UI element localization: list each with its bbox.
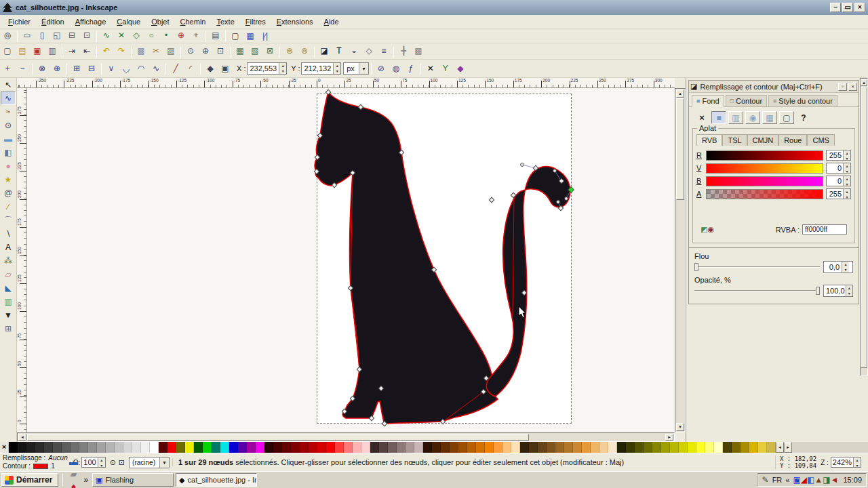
tool-node-editor[interactable]: ∿ bbox=[1, 92, 16, 105]
palette-swatch[interactable] bbox=[591, 442, 599, 453]
minimize-button[interactable]: – bbox=[830, 3, 841, 12]
palette-swatch[interactable] bbox=[361, 442, 370, 453]
tool-spiral[interactable]: @ bbox=[1, 186, 16, 200]
palette-swatch[interactable] bbox=[582, 442, 591, 453]
tool-3dbox[interactable]: ◧ bbox=[1, 146, 16, 159]
palette-swatch[interactable] bbox=[256, 442, 264, 453]
horizontal-scrollbar[interactable]: ◂ ▸ bbox=[17, 432, 675, 442]
taskbar-task-inactive[interactable]: ▣Flashing bbox=[92, 473, 174, 487]
menu-objet[interactable]: Objet bbox=[146, 16, 174, 27]
palette-swatch[interactable] bbox=[44, 442, 53, 453]
menu-aide[interactable]: Aide bbox=[319, 16, 344, 27]
dialog-shade-button[interactable]: ▫ bbox=[838, 83, 847, 91]
palette-swatch[interactable] bbox=[635, 442, 644, 453]
paint-pattern[interactable]: ▦ bbox=[762, 111, 777, 124]
palette-swatch[interactable] bbox=[450, 442, 458, 453]
palette-swatch[interactable] bbox=[608, 442, 617, 453]
palette-swatch[interactable] bbox=[150, 442, 159, 453]
palette-swatch[interactable] bbox=[97, 442, 106, 453]
snap-bbox-centers-icon[interactable]: ⊡ bbox=[80, 29, 94, 41]
print-icon[interactable]: ▥ bbox=[45, 45, 59, 57]
palette-swatch[interactable] bbox=[282, 442, 291, 453]
snap-midpoints-icon[interactable]: • bbox=[159, 29, 173, 41]
palette-swatch[interactable] bbox=[35, 442, 44, 453]
slider-value-r[interactable]: 255▴▾ bbox=[826, 150, 851, 161]
layers-dialog-icon[interactable]: ≡ bbox=[377, 45, 391, 57]
stroke-to-path-icon[interactable]: ▣ bbox=[218, 62, 232, 75]
tool-connector[interactable]: ⊞ bbox=[1, 322, 16, 336]
import-icon[interactable]: ⇥ bbox=[65, 45, 79, 57]
paint-swatch[interactable]: ▢ bbox=[779, 111, 794, 124]
menu-extensions[interactable]: Extensions bbox=[271, 16, 319, 27]
palette-swatch[interactable] bbox=[644, 442, 652, 453]
palette-swatch[interactable] bbox=[229, 442, 238, 453]
palette-swatch[interactable] bbox=[53, 442, 62, 453]
y-coordinate-input[interactable]: 212,132 ▴▾ bbox=[301, 62, 341, 75]
object-to-path-icon[interactable]: ◆ bbox=[203, 62, 217, 75]
colorspace-tab-tsl[interactable]: TSL bbox=[722, 134, 747, 146]
snap-object-centers-icon[interactable]: ⊕ bbox=[174, 29, 188, 41]
palette-scroll-left[interactable]: ◂ bbox=[776, 442, 784, 453]
duplicate-icon[interactable]: ▦ bbox=[233, 45, 247, 57]
slider-track-v[interactable] bbox=[706, 163, 823, 174]
palette-swatch[interactable] bbox=[547, 442, 555, 453]
tool-spray[interactable]: ⁂ bbox=[1, 254, 16, 268]
palette-swatch[interactable] bbox=[273, 442, 282, 453]
horizontal-scroll-thumb[interactable] bbox=[27, 434, 529, 441]
scroll-up-arrow[interactable]: ▴ bbox=[676, 89, 684, 98]
tray-network-icon[interactable]: ◨ bbox=[823, 475, 830, 485]
quick-launch-chevron[interactable]: » bbox=[81, 475, 90, 485]
tab-contour[interactable]: □Contour bbox=[726, 95, 768, 106]
palette-swatch[interactable] bbox=[494, 442, 502, 453]
tool-calligraphy[interactable]: ∖ bbox=[1, 227, 16, 241]
snap-cusp-nodes-icon[interactable]: ◇ bbox=[130, 29, 143, 41]
undo-icon[interactable]: ↶ bbox=[100, 45, 113, 57]
x-spinner[interactable]: ▴▾ bbox=[279, 63, 286, 74]
palette-swatch[interactable] bbox=[723, 442, 732, 453]
palette-swatch[interactable] bbox=[212, 442, 220, 453]
tray-ati-icon[interactable]: ◢ bbox=[801, 475, 807, 485]
node-handle[interactable] bbox=[521, 163, 524, 167]
palette-swatch[interactable] bbox=[9, 442, 18, 453]
palette-swatch[interactable] bbox=[370, 442, 379, 453]
fill-stroke-dialog-icon[interactable]: ◪ bbox=[317, 45, 331, 57]
snap-smooth-nodes-icon[interactable]: ○ bbox=[144, 29, 158, 41]
dialog-messages-icon[interactable]: ◒ bbox=[347, 45, 361, 57]
colorspace-tab-roue[interactable]: Roue bbox=[778, 134, 807, 146]
snap-bbox-corners-icon[interactable]: ◱ bbox=[50, 29, 64, 41]
paint-linear-gradient[interactable]: ▥ bbox=[728, 111, 743, 124]
tool-ellipse[interactable]: ● bbox=[1, 159, 16, 173]
palette-swatch[interactable] bbox=[141, 442, 150, 453]
rgba-hex-input[interactable]: ff0000ff bbox=[802, 224, 847, 235]
card-game-icon[interactable]: ♠ bbox=[67, 480, 79, 488]
dock-scrollbar[interactable]: ▴ bbox=[860, 78, 868, 376]
palette-swatch[interactable] bbox=[626, 442, 635, 453]
smooth-node-icon[interactable]: ◡ bbox=[119, 62, 133, 75]
palette-swatch[interactable] bbox=[167, 442, 176, 453]
tool-gradient[interactable]: ▥ bbox=[1, 295, 16, 308]
palette-swatch[interactable] bbox=[379, 442, 388, 453]
palette-swatch[interactable] bbox=[661, 442, 670, 453]
menu-calque[interactable]: Calque bbox=[111, 16, 146, 27]
layer-visibility-icon[interactable]: ⊙ bbox=[108, 458, 117, 467]
tray-app-icon[interactable]: ▣ bbox=[793, 475, 800, 485]
palette-swatch[interactable] bbox=[159, 442, 167, 453]
line-segment-icon[interactable]: ╱ bbox=[169, 62, 182, 75]
menu-chemin[interactable]: Chemin bbox=[175, 16, 212, 27]
curve-segment-icon[interactable]: ◜ bbox=[184, 62, 197, 75]
canvas[interactable] bbox=[27, 88, 675, 432]
palette-swatch[interactable] bbox=[106, 442, 115, 453]
palette-swatch[interactable] bbox=[423, 442, 432, 453]
palette-swatch[interactable] bbox=[238, 442, 247, 453]
palette-swatch[interactable] bbox=[617, 442, 626, 453]
toggle-page-border-icon[interactable]: ▢ bbox=[229, 30, 242, 42]
tool-bucket-fill[interactable]: ◣ bbox=[1, 281, 16, 295]
slider-track-r[interactable] bbox=[706, 150, 823, 161]
palette-swatch[interactable] bbox=[767, 442, 776, 453]
dock-scroll-thumb[interactable] bbox=[861, 87, 867, 368]
palette-swatch[interactable] bbox=[344, 442, 353, 453]
path-effects-icon[interactable]: ƒ bbox=[404, 62, 418, 75]
auto-node-icon[interactable]: ∿ bbox=[149, 62, 163, 75]
palette-swatch[interactable] bbox=[670, 442, 679, 453]
palette-swatch[interactable] bbox=[741, 442, 749, 453]
